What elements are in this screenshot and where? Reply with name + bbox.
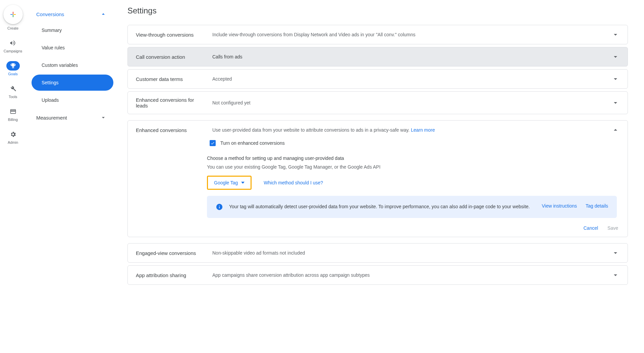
card-summary: App campaigns share conversion attributi… [207,272,606,278]
card-summary: Calls from ads [207,54,606,59]
chevron-up-icon [611,126,620,134]
rail-label: Admin [8,140,18,144]
view-instructions-link[interactable]: View instructions [542,203,577,209]
card-customer-terms: Customer data terms Accepted [127,69,628,89]
card-title: Call conversion action [136,54,202,60]
rail-label: Billing [8,118,18,122]
card-title: View-through conversions [136,32,202,38]
credit-card-icon [6,107,20,116]
checkbox-row: Turn on enhanced conversions [210,140,617,146]
sidebar-item-uploads[interactable]: Uploads [32,92,113,108]
card-summary: Include view-through conversions from Di… [207,32,606,37]
nav-group-measurement[interactable]: Measurement [32,111,113,124]
rail-item-admin[interactable]: Admin [6,130,20,144]
chevron-down-icon [100,114,107,121]
info-box: Your tag will automatically detect user-… [207,196,617,218]
card-summary: Use user-provided data from your website… [207,127,606,133]
chevron-down-icon [611,75,620,83]
card-engaged-view: Engaged-view conversions Non-skippable v… [127,243,628,263]
tag-details-link[interactable]: Tag details [586,203,608,209]
card-view-through: View-through conversions Include view-th… [127,25,628,44]
cancel-button[interactable]: Cancel [583,225,598,231]
wrench-icon [6,84,20,93]
tag-method-dropdown[interactable]: Google Tag [207,176,252,190]
nav-group-label: Measurement [36,115,67,121]
card-summary: Not configured yet [207,100,606,105]
choose-method-text: Choose a method for setting up and manag… [207,156,617,161]
sidebar-item-settings[interactable]: Settings [32,75,113,91]
gear-icon [6,130,20,139]
chevron-down-icon [611,271,620,279]
card-header[interactable]: Call conversion action Calls from ads [128,47,628,66]
card-title: Engaged-view conversions [136,250,202,256]
sidebar-item-custom-variables[interactable]: Custom variables [32,57,113,73]
card-header[interactable]: Engaged-view conversions Non-skippable v… [128,244,628,262]
sidebar-item-label: Value rules [42,45,65,50]
nav-sub-conversions: Summary Value rules Custom variables Set… [32,22,113,111]
create-label: Create [7,26,18,30]
chevron-down-icon [611,99,620,107]
card-footer: Cancel Save [128,218,628,237]
sidebar-item-label: Uploads [42,97,59,103]
create-button[interactable] [3,5,23,24]
info-icon [216,203,223,211]
rail-item-goals[interactable]: Goals [6,61,20,76]
card-title: Customer data terms [136,76,202,82]
plus-icon [9,10,17,18]
card-header[interactable]: Enhanced conversions for leads Not confi… [128,92,628,114]
which-method-link[interactable]: Which method should I use? [264,180,323,185]
icon-rail: Create Campaigns Goals Tools Billing Adm… [0,0,26,353]
info-actions: View instructions Tag details [542,203,608,209]
nav-group-conversions[interactable]: Conversions [32,7,113,21]
card-header[interactable]: Customer data terms Accepted [128,70,628,88]
check-icon [210,141,215,145]
rail-label: Tools [9,95,17,99]
card-summary: Non-skippable video ad formats not inclu… [207,250,606,256]
sidebar-item-summary[interactable]: Summary [32,22,113,38]
settings-content: Settings View-through conversions Includ… [119,0,644,353]
card-title: Enhanced conversions for leads [136,97,202,108]
rail-item-billing[interactable]: Billing [6,107,20,122]
enhanced-checkbox[interactable] [210,140,216,146]
rail-label: Campaigns [4,49,22,53]
dropdown-value: Google Tag [214,180,238,185]
learn-more-link[interactable]: Learn more [411,127,435,133]
method-row: Google Tag Which method should I use? [207,176,617,190]
summary-text: Use user-provided data from your website… [212,127,411,133]
sidebar-item-label: Settings [42,80,59,85]
rail-item-campaigns[interactable]: Campaigns [4,38,22,53]
create-wrap: Create [3,5,23,30]
card-enhanced: Enhanced conversions Use user-provided d… [127,120,628,237]
card-title: App attribution sharing [136,272,202,278]
sidebar-item-value-rules[interactable]: Value rules [32,40,113,56]
rail-item-tools[interactable]: Tools [6,84,20,99]
chevron-down-icon [611,53,620,61]
card-summary: Accepted [207,76,606,82]
card-header[interactable]: App attribution sharing App campaigns sh… [128,266,628,284]
page-title: Settings [127,6,628,15]
info-text: Your tag will automatically detect user-… [229,203,536,210]
chevron-down-icon [611,249,620,257]
sidebar: Conversions Summary Value rules Custom v… [26,0,119,353]
card-header[interactable]: View-through conversions Include view-th… [128,25,628,44]
trophy-icon [6,61,20,71]
save-button[interactable]: Save [607,225,618,231]
sidebar-item-label: Summary [42,28,62,33]
caret-down-icon [241,182,245,184]
checkbox-label: Turn on enhanced conversions [220,140,285,146]
card-call-action: Call conversion action Calls from ads [127,47,628,67]
existing-tag-text: You can use your existing Google Tag, Go… [207,164,617,170]
chevron-down-icon [611,31,620,39]
chevron-up-icon [100,11,107,17]
card-title: Enhanced conversions [136,127,202,133]
megaphone-icon [6,38,19,48]
card-app-attribution: App attribution sharing App campaigns sh… [127,265,628,285]
card-header[interactable]: Enhanced conversions Use user-provided d… [128,121,628,137]
sidebar-item-label: Custom variables [42,62,78,68]
nav-group-label: Conversions [36,11,64,17]
card-enhanced-leads: Enhanced conversions for leads Not confi… [127,91,628,114]
rail-label: Goals [8,72,18,76]
card-body: Turn on enhanced conversions Choose a me… [128,137,628,218]
